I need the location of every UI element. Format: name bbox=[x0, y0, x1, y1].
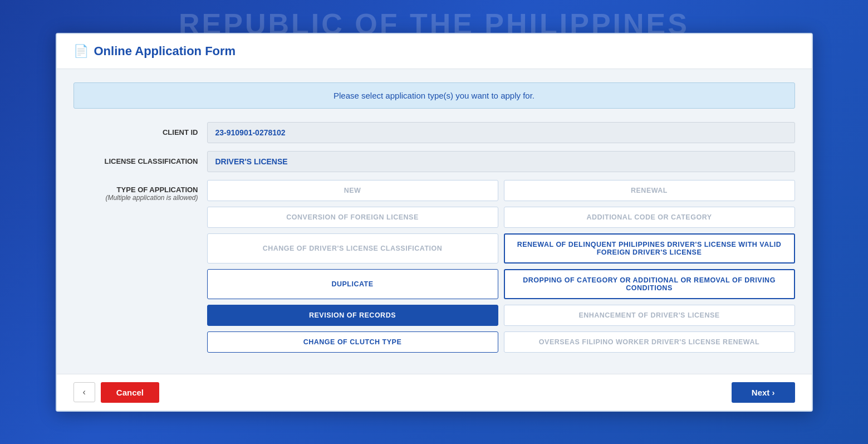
app-type-btn-clutch[interactable]: CHANGE OF CLUTCH TYPE bbox=[207, 331, 498, 353]
client-id-row: CLIENT ID 23-910901-0278102 bbox=[73, 122, 795, 143]
footer-left: ‹ Cancel bbox=[73, 382, 160, 403]
app-type-btn-enhancement[interactable]: ENHANCEMENT OF DRIVER'S LICENSE bbox=[504, 305, 795, 326]
app-type-btn-duplicate[interactable]: DUPLICATE bbox=[207, 269, 498, 299]
modal-container: 📄 Online Application Form Please select … bbox=[56, 33, 813, 412]
modal-title: Online Application Form bbox=[94, 44, 236, 58]
app-type-btn-renewal[interactable]: RENEWAL bbox=[504, 180, 795, 201]
app-type-btn-dropping[interactable]: DROPPING OF CATEGORY OR ADDITIONAL OR RE… bbox=[504, 269, 795, 299]
app-type-btn-conversion[interactable]: CONVERSION OF FOREIGN LICENSE bbox=[207, 207, 498, 228]
client-id-label: CLIENT ID bbox=[73, 128, 207, 136]
next-button[interactable]: Next › bbox=[732, 382, 795, 403]
modal-header: 📄 Online Application Form bbox=[57, 34, 812, 69]
info-banner: Please select application type(s) you wa… bbox=[73, 82, 795, 109]
license-classification-row: LICENSE CLASSIFICATION DRIVER'S LICENSE bbox=[73, 151, 795, 172]
modal-body: Please select application type(s) you wa… bbox=[57, 69, 812, 374]
app-type-btn-revision[interactable]: REVISION OF RECORDS bbox=[207, 305, 498, 326]
app-type-btn-change_class[interactable]: CHANGE OF DRIVER'S LICENSE CLASSIFICATIO… bbox=[207, 233, 498, 264]
app-type-grid: NEWRENEWALCONVERSION OF FOREIGN LICENSEA… bbox=[207, 180, 795, 353]
document-icon: 📄 bbox=[73, 44, 89, 58]
app-type-btn-additional[interactable]: ADDITIONAL CODE OR CATEGORY bbox=[504, 207, 795, 228]
client-id-value: 23-910901-0278102 bbox=[207, 122, 795, 143]
cancel-button[interactable]: Cancel bbox=[101, 382, 159, 403]
license-value: DRIVER'S LICENSE bbox=[207, 151, 795, 172]
app-type-label: TYPE OF APPLICATION (Multiple applicatio… bbox=[73, 180, 207, 202]
modal-footer: ‹ Cancel Next › bbox=[57, 374, 812, 411]
app-type-btn-renewal_delinquent[interactable]: RENEWAL OF DELINQUENT PHILIPPINES DRIVER… bbox=[504, 233, 795, 264]
license-label: LICENSE CLASSIFICATION bbox=[73, 157, 207, 165]
app-type-row: TYPE OF APPLICATION (Multiple applicatio… bbox=[73, 180, 795, 353]
app-type-btn-new[interactable]: NEW bbox=[207, 180, 498, 201]
back-button[interactable]: ‹ bbox=[73, 382, 95, 402]
app-type-btn-ofw[interactable]: OVERSEAS FILIPINO WORKER DRIVER'S LICENS… bbox=[504, 331, 795, 353]
